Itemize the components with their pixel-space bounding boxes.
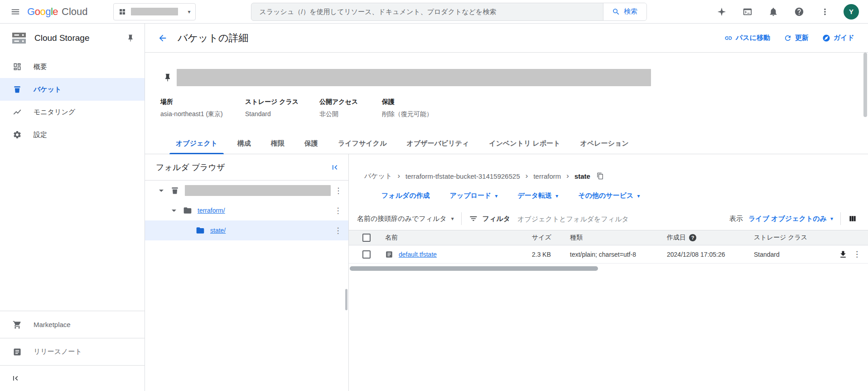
caret-down-icon: ▾	[188, 9, 190, 15]
pin-product-button[interactable]	[126, 34, 135, 42]
search-button-label: 検索	[624, 7, 637, 16]
tab-inventory-reports[interactable]: インベントリ レポート	[479, 133, 570, 154]
tree-link-terraform[interactable]: terraform/	[198, 207, 225, 214]
project-selector[interactable]: ▾	[113, 3, 196, 20]
notifications-button[interactable]	[763, 2, 783, 22]
tab-protection[interactable]: 保護	[294, 133, 328, 154]
hamburger-menu-button[interactable]	[5, 2, 25, 22]
cell-name: default.tfstate	[385, 250, 532, 259]
breadcrumb-item-terraform[interactable]: terraform	[533, 172, 561, 180]
field-storage-class: ストレージ クラス Standard	[245, 98, 304, 118]
tree-more-button[interactable]: ⋮	[330, 226, 346, 235]
column-header-type[interactable]: 種類	[570, 234, 667, 242]
top-app-bar: Google Cloud ▾ 検索 Y	[0, 0, 868, 24]
sidebar-item-label: 概要	[34, 63, 47, 71]
transfer-data-button[interactable]: データ転送 ▾	[518, 191, 559, 200]
tab-operations[interactable]: オペレーション	[570, 133, 639, 154]
horizontal-scroll-thumb[interactable]	[350, 266, 598, 271]
collapse-left-icon	[11, 374, 20, 383]
tree-row-terraform[interactable]: terraform/ ⋮	[145, 200, 348, 220]
other-services-button[interactable]: その他のサービス ▾	[578, 191, 640, 200]
horizontal-scrollbar	[349, 266, 868, 271]
help-circle-icon[interactable]: ?	[689, 234, 696, 241]
breadcrumb-item-buckets[interactable]: バケット	[364, 172, 392, 181]
help-button[interactable]	[789, 2, 809, 22]
collapse-panel-icon	[330, 163, 339, 172]
tab-lifecycle[interactable]: ライフサイクル	[328, 133, 396, 154]
tab-permissions[interactable]: 権限	[261, 133, 294, 154]
select-all-checkbox[interactable]	[362, 234, 371, 242]
back-button[interactable]	[153, 29, 172, 48]
vertical-scroll-thumb[interactable]	[863, 53, 867, 117]
user-avatar[interactable]: Y	[844, 4, 859, 20]
release-notes-icon	[13, 347, 22, 357]
back-arrow-icon	[158, 33, 168, 43]
tab-objects[interactable]: オブジェクト	[166, 133, 227, 154]
tree-link-state[interactable]: state/	[210, 227, 226, 234]
bell-icon	[768, 7, 778, 17]
row-checkbox-cell	[349, 250, 385, 259]
breadcrumb-item-bucket-name[interactable]: terraform-tfstate-bucket-31415926525	[405, 172, 520, 180]
gemini-button[interactable]	[712, 2, 732, 22]
go-to-path-button[interactable]: パスに移動	[724, 34, 770, 42]
google-cloud-logo[interactable]: Google Cloud	[27, 7, 88, 17]
caret-down-icon[interactable]	[169, 205, 179, 216]
tree-more-button[interactable]: ⋮	[330, 206, 346, 215]
breadcrumb-item-state: state	[574, 172, 590, 180]
tab-observability[interactable]: オブザーバビリティ	[397, 133, 479, 154]
prefix-filter-dropdown[interactable]: 名前の接頭辞のみでフィルタ ▾	[357, 215, 454, 223]
bucket-icon	[170, 186, 179, 195]
sidebar-item-overview[interactable]: 概要	[0, 55, 145, 78]
column-header-storage-class[interactable]: ストレージ クラス	[754, 234, 834, 242]
download-button[interactable]	[839, 250, 848, 259]
more-vert-icon	[820, 7, 830, 17]
chevron-right-icon: ›	[526, 171, 528, 181]
sidebar-title: Cloud Storage	[34, 33, 126, 43]
objects-panel: バケット › terraform-tfstate-bucket-31415926…	[349, 154, 868, 391]
tree-row-bucket[interactable]: ⋮	[145, 181, 348, 200]
sidebar-item-release-notes[interactable]: リリースノート	[0, 338, 145, 365]
display-mode-dropdown[interactable]: ライブ オブジェクトのみ ▾	[748, 215, 833, 223]
redacted-bucket-name	[177, 69, 651, 86]
refresh-icon	[784, 34, 792, 42]
guide-icon	[822, 34, 830, 42]
sidebar-collapse-button[interactable]	[0, 365, 145, 391]
cloud-shell-button[interactable]	[738, 2, 757, 22]
refresh-button[interactable]: 更新	[784, 34, 809, 42]
column-header-size[interactable]: サイズ	[532, 234, 570, 242]
row-checkbox[interactable]	[362, 250, 371, 259]
search-input[interactable]	[251, 3, 603, 20]
sidebar-spacer	[0, 146, 145, 311]
table-row[interactable]: default.tfstate 2.3 KB text/plain; chars…	[349, 245, 868, 264]
sidebar-item-settings[interactable]: 設定	[0, 123, 145, 146]
tab-configuration[interactable]: 構成	[227, 133, 261, 154]
bucket-details-content: 場所 asia-northeast1 (東京) ストレージ クラス Standa…	[145, 53, 868, 391]
caret-down-icon: ▾	[451, 216, 454, 221]
tree-more-button[interactable]: ⋮	[331, 186, 346, 196]
folder-scroll-thumb[interactable]	[345, 289, 347, 310]
bucket-pin-icon[interactable]	[163, 73, 172, 82]
more-options-button[interactable]	[815, 2, 835, 22]
copy-path-button[interactable]	[597, 172, 604, 180]
tree-row-state[interactable]: state/ ⋮	[145, 220, 348, 240]
create-folder-button[interactable]: フォルダの作成	[381, 191, 430, 200]
object-link[interactable]: default.tfstate	[399, 251, 437, 258]
column-header-name[interactable]: 名前	[385, 234, 532, 242]
object-filter-input[interactable]	[517, 215, 729, 223]
filter-label: フィルタ	[482, 215, 510, 223]
sidebar-item-monitoring[interactable]: モニタリング	[0, 101, 145, 123]
sidebar-item-marketplace[interactable]: Marketplace	[0, 311, 145, 338]
objects-split: フォルダ ブラウザ ⋮	[145, 154, 868, 391]
search-button[interactable]: 検索	[603, 3, 646, 20]
caret-down-icon[interactable]	[156, 185, 167, 196]
column-header-created[interactable]: 作成日 ?	[667, 234, 754, 242]
body: Cloud Storage 概要 バケット モニタリング 設	[0, 24, 868, 391]
guide-button[interactable]: ガイド	[822, 34, 854, 42]
folder-browser-collapse-button[interactable]	[330, 163, 339, 172]
display-label: 表示	[729, 215, 743, 223]
column-settings-button[interactable]	[848, 214, 857, 223]
row-more-button[interactable]: ⋮	[853, 249, 861, 259]
upload-button[interactable]: アップロード ▾	[450, 191, 498, 200]
sidebar-item-buckets[interactable]: バケット	[0, 78, 145, 101]
file-doc-icon	[385, 250, 393, 259]
